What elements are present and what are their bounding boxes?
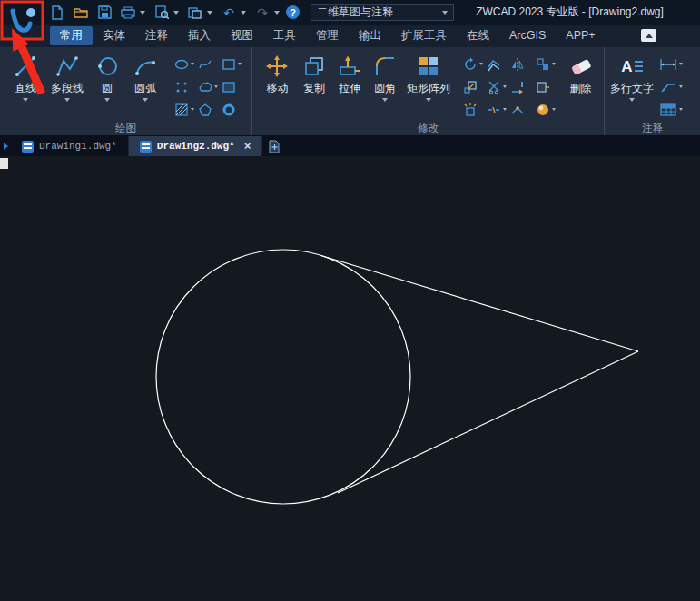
mtext-button[interactable]: A 多行文字 — [610, 52, 654, 102]
plot-button[interactable] — [118, 4, 138, 22]
point-button[interactable] — [173, 75, 196, 98]
rotate-caret[interactable] — [479, 63, 483, 65]
tab-home[interactable]: 常用 — [50, 26, 93, 45]
printer-icon — [121, 6, 135, 19]
undo-button[interactable]: ↶ — [219, 4, 239, 22]
rectangle-caret[interactable] — [238, 63, 242, 65]
offset-button[interactable] — [485, 53, 508, 75]
circle-dropdown-caret[interactable] — [104, 98, 110, 102]
donut-button[interactable] — [220, 98, 243, 121]
tab-arcgis[interactable]: ArcGIS — [499, 26, 556, 45]
close-tab-icon[interactable]: × — [244, 141, 251, 153]
dimension-caret[interactable] — [679, 63, 683, 65]
tab-manage[interactable]: 管理 — [306, 26, 349, 45]
match-properties-button[interactable] — [534, 75, 557, 98]
ellipse-button[interactable] — [173, 53, 196, 75]
redo-button[interactable]: ↷ — [252, 4, 272, 22]
linear-dimension-button[interactable] — [657, 53, 688, 75]
rectangle-icon — [222, 57, 236, 72]
revision-cloud-caret[interactable] — [214, 85, 218, 88]
hatch-button[interactable] — [173, 98, 196, 121]
align-button[interactable] — [534, 53, 557, 75]
tab-output[interactable]: 输出 — [349, 26, 391, 45]
stretch-button[interactable]: 拉伸 — [332, 52, 368, 96]
polyline-button[interactable]: 多段线 — [45, 52, 89, 102]
trim-button[interactable] — [485, 75, 508, 98]
tab-tools[interactable]: 工具 — [263, 26, 306, 45]
erase-button[interactable]: 删除 — [561, 52, 600, 96]
rotate-button[interactable] — [461, 53, 485, 75]
open-drawing-button[interactable] — [71, 4, 91, 22]
app-menu-button[interactable] — [4, 3, 42, 39]
spline-button[interactable] — [196, 53, 220, 75]
scale-button[interactable] — [461, 75, 485, 98]
tab-app-plus[interactable]: APP+ — [556, 26, 605, 45]
mirror-button[interactable] — [508, 53, 532, 75]
extend-button[interactable] — [508, 75, 532, 98]
circle-button[interactable]: 圆 — [89, 52, 125, 102]
hatch-caret[interactable] — [191, 108, 194, 111]
tangent-line-upper[interactable] — [320, 255, 638, 351]
tab-insert[interactable]: 插入 — [178, 26, 221, 45]
publish-dropdown-caret[interactable] — [207, 11, 212, 15]
region-button[interactable] — [220, 75, 243, 98]
minimize-ribbon-button[interactable] — [641, 29, 656, 42]
fillet-button[interactable]: 圆角 — [368, 52, 403, 102]
publish-button[interactable] — [185, 4, 205, 22]
arc-dropdown-caret[interactable] — [143, 98, 148, 102]
panel-label-annotate[interactable]: 注释 — [605, 121, 700, 136]
trim-caret[interactable] — [503, 85, 507, 88]
help-icon[interactable]: ? — [286, 5, 300, 19]
plot-preview-button[interactable] — [152, 4, 172, 22]
table-button[interactable] — [657, 98, 688, 121]
panel-draw-content: 直线 多段线 圆 圆弧 — [0, 47, 251, 121]
new-drawing-button[interactable] — [47, 4, 67, 22]
workspace-selector[interactable]: 二维草图与注释 — [311, 4, 454, 21]
drawing-canvas[interactable] — [0, 156, 700, 601]
break-button[interactable] — [485, 98, 508, 121]
leader-caret[interactable] — [679, 85, 683, 88]
tangent-line-lower[interactable] — [338, 351, 638, 493]
panel-label-draw[interactable]: 绘图 — [0, 121, 251, 136]
copy-button[interactable]: 复制 — [297, 52, 332, 96]
break-caret[interactable] — [503, 108, 507, 111]
line-button[interactable]: 直线 — [5, 52, 45, 102]
rectangular-array-button[interactable]: 矩形阵列 — [403, 52, 454, 102]
gradient-button[interactable] — [534, 98, 557, 121]
gradient-caret[interactable] — [552, 108, 556, 111]
fillet-dropdown-caret[interactable] — [382, 98, 388, 102]
join-button[interactable] — [508, 98, 532, 121]
revision-cloud-button[interactable] — [196, 75, 220, 98]
ellipse-caret[interactable] — [191, 63, 194, 65]
doc-tab-drawing1[interactable]: Drawing1.dwg* — [11, 136, 129, 156]
polyline-dropdown-caret[interactable] — [64, 98, 70, 102]
save-button[interactable] — [94, 4, 114, 22]
rectangle-button[interactable] — [220, 53, 243, 75]
new-tab-button[interactable] — [262, 136, 286, 156]
panel-label-modify[interactable]: 修改 — [252, 121, 604, 136]
preview-dropdown-caret[interactable] — [173, 11, 179, 15]
array-dropdown-caret[interactable] — [426, 98, 431, 102]
extend-icon — [510, 80, 525, 94]
tab-view[interactable]: 视图 — [221, 26, 263, 45]
redo-dropdown-caret[interactable] — [274, 11, 280, 15]
plot-dropdown-caret[interactable] — [140, 11, 145, 15]
drawn-circle[interactable] — [156, 250, 410, 504]
polygon-button[interactable] — [196, 98, 220, 121]
table-caret[interactable] — [679, 108, 683, 111]
multileader-button[interactable] — [657, 75, 688, 98]
title-bar: ↶ ↷ ? 二维草图与注释 ZWCAD 2023 专业版 - [Drawing2… — [0, 0, 700, 25]
arc-button[interactable]: 圆弧 — [125, 52, 165, 102]
tab-scroll-button[interactable] — [0, 136, 11, 156]
mtext-dropdown-caret[interactable] — [629, 98, 635, 102]
line-dropdown-caret[interactable] — [23, 98, 28, 102]
explode-button[interactable] — [461, 98, 485, 121]
move-button[interactable]: 移动 — [258, 52, 297, 96]
doc-tab-drawing2[interactable]: Drawing2.dwg* × — [129, 136, 263, 156]
align-caret[interactable] — [552, 63, 556, 65]
tab-express-tools[interactable]: 扩展工具 — [391, 26, 457, 45]
tab-annotate[interactable]: 注释 — [135, 26, 178, 45]
tab-solid[interactable]: 实体 — [93, 26, 135, 45]
tab-online[interactable]: 在线 — [457, 26, 499, 45]
undo-dropdown-caret[interactable] — [241, 11, 246, 15]
